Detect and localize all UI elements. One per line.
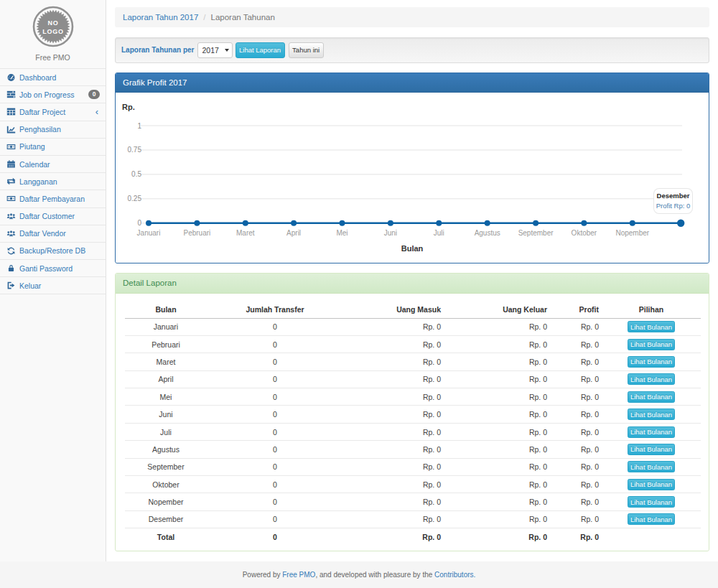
cell-uang-masuk: Rp. 0 xyxy=(343,493,444,510)
lihat-bulanan-button[interactable]: Lihat Bulanan xyxy=(628,444,674,455)
cell-bulan: Juni xyxy=(125,406,207,423)
data-point-maret xyxy=(243,220,248,226)
x-tick-label: Pebruari xyxy=(183,229,210,237)
sidebar-item-daftar-vendor[interactable]: Daftar Vendor xyxy=(0,225,106,243)
table-row-pebruari: Pebruari0Rp. 0Rp. 0Rp. 0Lihat Bulanan xyxy=(125,335,701,353)
sidebar-item-label: Ganti Password xyxy=(19,264,73,273)
tasks-icon xyxy=(6,90,16,99)
table-icon xyxy=(6,107,16,116)
lihat-bulanan-button[interactable]: Lihat Bulanan xyxy=(628,321,674,332)
x-tick-label: Agustus xyxy=(475,229,500,237)
cell-uang-keluar: Rp. 0 xyxy=(444,458,550,475)
sidebar-item-dashboard[interactable]: Dashboard xyxy=(0,69,106,86)
cell-pilihan: Lihat Bulanan xyxy=(602,335,701,353)
data-point-juni xyxy=(388,220,393,226)
lihat-laporan-button[interactable]: Lihat Laporan xyxy=(236,42,285,58)
lihat-bulanan-button[interactable]: Lihat Bulanan xyxy=(628,496,674,508)
cell-jumlah-transfer: 0 xyxy=(207,353,343,370)
cell-uang-masuk: Rp. 0 xyxy=(343,388,444,406)
cell-uang-masuk: Rp. 0 xyxy=(343,423,444,440)
sidebar-item-job-on-progress[interactable]: Job on Progress0 xyxy=(0,86,106,103)
lihat-bulanan-button[interactable]: Lihat Bulanan xyxy=(628,409,674,420)
cell-pilihan: Lihat Bulanan xyxy=(602,458,701,475)
lihat-bulanan-button[interactable]: Lihat Bulanan xyxy=(628,373,674,385)
lihat-bulanan-button[interactable]: Lihat Bulanan xyxy=(628,356,674,368)
cell-uang-keluar: Rp. 0 xyxy=(444,423,550,440)
cell-bulan: April xyxy=(125,370,207,388)
data-point-oktober xyxy=(581,220,587,226)
lihat-bulanan-button[interactable]: Lihat Bulanan xyxy=(628,426,674,438)
detail-report-table: BulanJumlah TransferUang MasukUang Kelua… xyxy=(125,300,701,546)
x-tick-label: Juni xyxy=(384,229,397,237)
cell-bulan: September xyxy=(125,458,207,475)
cell-bulan: Juli xyxy=(125,423,207,440)
data-point-agustus xyxy=(485,220,490,226)
sidebar-item-daftar-pembayaran[interactable]: Daftar Pembayaran xyxy=(0,190,106,207)
total-value xyxy=(602,528,701,546)
breadcrumb-link-laporan-tahun[interactable]: Laporan Tahun 2017 xyxy=(123,13,198,22)
data-point-september xyxy=(533,220,538,226)
calendar-icon xyxy=(6,159,16,169)
y-tick-label: 0.25 xyxy=(128,195,142,202)
footer-text: Powered by Free PMO, and developed with … xyxy=(243,571,476,579)
x-tick-label: Oktober xyxy=(572,229,597,237)
table-row-nopember: Nopember0Rp. 0Rp. 0Rp. 0Lihat Bulanan xyxy=(125,493,701,510)
lihat-bulanan-button[interactable]: Lihat Bulanan xyxy=(628,391,674,403)
breadcrumb: Laporan Tahun 2017 / Laporan Tahunan xyxy=(115,7,709,27)
sidebar-item-label: Job on Progress xyxy=(19,90,74,99)
sidebar-item-label: Daftar Vendor xyxy=(19,229,66,238)
cell-uang-masuk: Rp. 0 xyxy=(343,370,444,388)
sidebar-item-label: Dashboard xyxy=(19,73,56,82)
table-row-total: Total0Rp. 0Rp. 0Rp. 0 xyxy=(125,528,701,546)
profit-line-chart: Rp.00.250.50.751JanuariPebruariMaretApri… xyxy=(116,93,709,263)
detail-report-table-head: BulanJumlah TransferUang MasukUang Kelua… xyxy=(125,300,701,319)
cell-pilihan: Lihat Bulanan xyxy=(602,476,701,493)
cell-jumlah-transfer: 0 xyxy=(207,406,343,423)
sidebar-menu: DashboardJob on Progress0Daftar Project‹… xyxy=(0,68,106,294)
cell-bulan: Desember xyxy=(125,510,207,528)
sidebar-item-ganti-password[interactable]: Ganti Password xyxy=(0,260,106,277)
lihat-bulanan-button[interactable]: Lihat Bulanan xyxy=(628,461,674,472)
sidebar: NO LOGO Free PMO DashboardJob on Progres… xyxy=(0,0,106,561)
data-point-nopember xyxy=(630,220,635,226)
cell-pilihan: Lihat Bulanan xyxy=(602,406,701,423)
cell-jumlah-transfer: 0 xyxy=(207,510,343,528)
cell-uang-masuk: Rp. 0 xyxy=(343,458,444,475)
cell-pilihan: Lihat Bulanan xyxy=(602,388,701,406)
cell-profit: Rp. 0 xyxy=(550,335,602,353)
cell-pilihan: Lihat Bulanan xyxy=(602,370,701,388)
money-icon xyxy=(6,194,16,203)
cell-jumlah-transfer: 0 xyxy=(207,493,343,510)
brand-name: Free PMO xyxy=(0,53,106,68)
footer-link-free-pmo[interactable]: Free PMO xyxy=(282,571,315,579)
sidebar-item-keluar[interactable]: Keluar xyxy=(0,277,106,294)
cell-pilihan: Lihat Bulanan xyxy=(602,493,701,510)
year-select[interactable]: 2017 xyxy=(197,42,233,58)
tahun-ini-button[interactable]: Tahun ini xyxy=(289,42,324,58)
y-tick-label: 0.75 xyxy=(128,146,142,154)
cell-profit: Rp. 0 xyxy=(550,388,602,406)
lihat-bulanan-button[interactable]: Lihat Bulanan xyxy=(628,339,674,350)
cell-profit: Rp. 0 xyxy=(550,406,602,423)
sign-out-icon xyxy=(6,281,16,290)
sidebar-item-daftar-customer[interactable]: Daftar Customer xyxy=(0,208,106,225)
sidebar-item-label: Calendar xyxy=(19,160,50,169)
sidebar-item-daftar-project[interactable]: Daftar Project‹ xyxy=(0,103,106,121)
cell-profit: Rp. 0 xyxy=(550,318,602,335)
data-point-desember xyxy=(677,220,684,227)
sidebar-item-label: Langganan xyxy=(19,177,57,186)
x-tick-label: April xyxy=(286,229,301,237)
cell-profit: Rp. 0 xyxy=(550,441,602,458)
sidebar-item-langganan[interactable]: Langganan xyxy=(0,173,106,190)
footer-link-contributors[interactable]: Contributors. xyxy=(434,571,475,579)
x-tick-label: September xyxy=(518,229,554,237)
cell-jumlah-transfer: 0 xyxy=(207,476,343,493)
lihat-bulanan-button[interactable]: Lihat Bulanan xyxy=(628,513,674,525)
lihat-bulanan-button[interactable]: Lihat Bulanan xyxy=(628,479,674,490)
sidebar-item-piutang[interactable]: Piutang xyxy=(0,139,106,156)
cell-uang-masuk: Rp. 0 xyxy=(343,441,444,458)
sidebar-item-calendar[interactable]: Calendar xyxy=(0,156,106,173)
cell-profit: Rp. 0 xyxy=(550,423,602,440)
sidebar-item-backup-restore-db[interactable]: Backup/Restore DB xyxy=(0,243,106,260)
sidebar-item-penghasilan[interactable]: Penghasilan xyxy=(0,121,106,139)
